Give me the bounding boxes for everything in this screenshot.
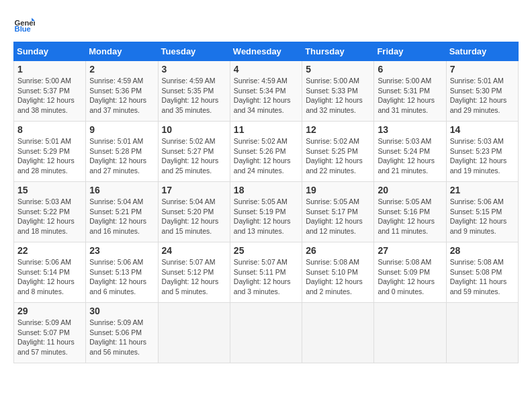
calendar-week-3: 15 Sunrise: 5:03 AM Sunset: 5:22 PM Dayl… [14, 182, 519, 242]
day-info: Sunrise: 4:59 AM Sunset: 5:35 PM Dayligh… [162, 76, 226, 116]
calendar-cell: 7 Sunrise: 5:01 AM Sunset: 5:30 PM Dayli… [446, 61, 518, 122]
day-info: Sunrise: 5:03 AM Sunset: 5:23 PM Dayligh… [450, 136, 515, 176]
calendar-week-4: 22 Sunrise: 5:06 AM Sunset: 5:14 PM Dayl… [14, 242, 519, 303]
day-number: 11 [234, 124, 298, 135]
day-number: 22 [17, 245, 82, 256]
calendar-cell: 10 Sunrise: 5:02 AM Sunset: 5:27 PM Dayl… [158, 122, 230, 182]
day-number: 19 [306, 185, 370, 195]
day-info: Sunrise: 5:09 AM Sunset: 5:06 PM Dayligh… [89, 318, 154, 357]
calendar-cell: 25 Sunrise: 5:07 AM Sunset: 5:11 PM Dayl… [230, 242, 302, 303]
day-info: Sunrise: 5:01 AM Sunset: 5:28 PM Dayligh… [89, 136, 154, 176]
day-info: Sunrise: 5:06 AM Sunset: 5:14 PM Dayligh… [17, 257, 82, 297]
calendar-cell: 29 Sunrise: 5:09 AM Sunset: 5:07 PM Dayl… [14, 303, 86, 363]
col-thursday: Thursday [302, 42, 374, 61]
day-info: Sunrise: 5:08 AM Sunset: 5:10 PM Dayligh… [306, 257, 370, 297]
day-info: Sunrise: 4:59 AM Sunset: 5:34 PM Dayligh… [234, 76, 298, 116]
day-info: Sunrise: 5:07 AM Sunset: 5:11 PM Dayligh… [234, 257, 298, 297]
day-info: Sunrise: 5:04 AM Sunset: 5:20 PM Dayligh… [162, 197, 226, 236]
calendar-cell: 20 Sunrise: 5:05 AM Sunset: 5:16 PM Dayl… [374, 182, 446, 242]
day-info: Sunrise: 5:06 AM Sunset: 5:15 PM Dayligh… [450, 197, 515, 236]
col-tuesday: Tuesday [158, 42, 230, 61]
calendar-cell: 12 Sunrise: 5:02 AM Sunset: 5:25 PM Dayl… [302, 122, 374, 182]
day-number: 29 [17, 306, 82, 316]
calendar-body: 1 Sunrise: 5:00 AM Sunset: 5:37 PM Dayli… [14, 61, 519, 363]
day-info: Sunrise: 5:05 AM Sunset: 5:19 PM Dayligh… [234, 197, 298, 236]
day-info: Sunrise: 5:02 AM Sunset: 5:26 PM Dayligh… [234, 136, 298, 176]
day-number: 27 [378, 245, 442, 256]
day-number: 1 [17, 64, 82, 75]
day-number: 7 [450, 64, 515, 75]
day-info: Sunrise: 5:01 AM Sunset: 5:29 PM Dayligh… [17, 136, 82, 176]
day-number: 14 [450, 124, 515, 135]
logo: General Blue [13, 13, 35, 35]
day-info: Sunrise: 4:59 AM Sunset: 5:36 PM Dayligh… [89, 76, 154, 116]
calendar-cell: 2 Sunrise: 4:59 AM Sunset: 5:36 PM Dayli… [86, 61, 158, 122]
calendar-cell: 14 Sunrise: 5:03 AM Sunset: 5:23 PM Dayl… [446, 122, 518, 182]
day-info: Sunrise: 5:00 AM Sunset: 5:31 PM Dayligh… [378, 76, 442, 116]
day-info: Sunrise: 5:00 AM Sunset: 5:33 PM Dayligh… [306, 76, 370, 116]
day-info: Sunrise: 5:04 AM Sunset: 5:21 PM Dayligh… [89, 197, 154, 236]
calendar-cell: 16 Sunrise: 5:04 AM Sunset: 5:21 PM Dayl… [86, 182, 158, 242]
calendar-cell: 24 Sunrise: 5:07 AM Sunset: 5:12 PM Dayl… [158, 242, 230, 303]
day-info: Sunrise: 5:09 AM Sunset: 5:07 PM Dayligh… [17, 318, 82, 357]
day-number: 6 [378, 64, 442, 75]
calendar-week-5: 29 Sunrise: 5:09 AM Sunset: 5:07 PM Dayl… [14, 303, 519, 363]
calendar-cell: 13 Sunrise: 5:03 AM Sunset: 5:24 PM Dayl… [374, 122, 446, 182]
col-wednesday: Wednesday [230, 42, 302, 61]
day-number: 28 [450, 245, 515, 256]
day-number: 2 [89, 64, 154, 75]
col-sunday: Sunday [14, 42, 86, 61]
day-number: 15 [17, 185, 82, 195]
day-number: 8 [17, 124, 82, 135]
col-saturday: Saturday [446, 42, 518, 61]
calendar-week-2: 8 Sunrise: 5:01 AM Sunset: 5:29 PM Dayli… [14, 122, 519, 182]
day-number: 26 [306, 245, 370, 256]
day-number: 5 [306, 64, 370, 75]
day-number: 9 [89, 124, 154, 135]
calendar-cell: 27 Sunrise: 5:08 AM Sunset: 5:09 PM Dayl… [374, 242, 446, 303]
day-info: Sunrise: 5:03 AM Sunset: 5:24 PM Dayligh… [378, 136, 442, 176]
day-number: 30 [89, 306, 154, 316]
col-friday: Friday [374, 42, 446, 61]
calendar-cell: 26 Sunrise: 5:08 AM Sunset: 5:10 PM Dayl… [302, 242, 374, 303]
calendar-cell: 3 Sunrise: 4:59 AM Sunset: 5:35 PM Dayli… [158, 61, 230, 122]
calendar-cell: 23 Sunrise: 5:06 AM Sunset: 5:13 PM Dayl… [86, 242, 158, 303]
svg-text:Blue: Blue [15, 25, 31, 33]
day-number: 20 [378, 185, 442, 195]
calendar-cell: 11 Sunrise: 5:02 AM Sunset: 5:26 PM Dayl… [230, 122, 302, 182]
day-number: 4 [234, 64, 298, 75]
calendar-cell: 28 Sunrise: 5:08 AM Sunset: 5:08 PM Dayl… [446, 242, 518, 303]
day-info: Sunrise: 5:02 AM Sunset: 5:27 PM Dayligh… [162, 136, 226, 176]
calendar-cell [230, 303, 302, 363]
calendar-week-1: 1 Sunrise: 5:00 AM Sunset: 5:37 PM Dayli… [14, 61, 519, 122]
day-info: Sunrise: 5:02 AM Sunset: 5:25 PM Dayligh… [306, 136, 370, 176]
day-info: Sunrise: 5:03 AM Sunset: 5:22 PM Dayligh… [17, 197, 82, 236]
day-number: 3 [162, 64, 226, 75]
day-number: 12 [306, 124, 370, 135]
calendar-cell [158, 303, 230, 363]
day-number: 23 [89, 245, 154, 256]
day-number: 18 [234, 185, 298, 195]
calendar-cell: 6 Sunrise: 5:00 AM Sunset: 5:31 PM Dayli… [374, 61, 446, 122]
calendar-cell: 21 Sunrise: 5:06 AM Sunset: 5:15 PM Dayl… [446, 182, 518, 242]
calendar-cell: 17 Sunrise: 5:04 AM Sunset: 5:20 PM Dayl… [158, 182, 230, 242]
logo-icon: General Blue [13, 13, 35, 35]
header-row: Sunday Monday Tuesday Wednesday Thursday… [14, 42, 519, 61]
day-number: 25 [234, 245, 298, 256]
day-info: Sunrise: 5:05 AM Sunset: 5:16 PM Dayligh… [378, 197, 442, 236]
day-number: 13 [378, 124, 442, 135]
calendar-cell: 19 Sunrise: 5:05 AM Sunset: 5:17 PM Dayl… [302, 182, 374, 242]
calendar-cell: 5 Sunrise: 5:00 AM Sunset: 5:33 PM Dayli… [302, 61, 374, 122]
calendar-cell [374, 303, 446, 363]
day-info: Sunrise: 5:08 AM Sunset: 5:09 PM Dayligh… [378, 257, 442, 297]
day-number: 10 [162, 124, 226, 135]
calendar-cell: 9 Sunrise: 5:01 AM Sunset: 5:28 PM Dayli… [86, 122, 158, 182]
calendar-cell: 22 Sunrise: 5:06 AM Sunset: 5:14 PM Dayl… [14, 242, 86, 303]
calendar-cell [446, 303, 518, 363]
calendar-cell: 18 Sunrise: 5:05 AM Sunset: 5:19 PM Dayl… [230, 182, 302, 242]
day-info: Sunrise: 5:01 AM Sunset: 5:30 PM Dayligh… [450, 76, 515, 116]
day-info: Sunrise: 5:06 AM Sunset: 5:13 PM Dayligh… [89, 257, 154, 297]
day-number: 24 [162, 245, 226, 256]
day-number: 17 [162, 185, 226, 195]
page-header: General Blue [13, 13, 519, 35]
